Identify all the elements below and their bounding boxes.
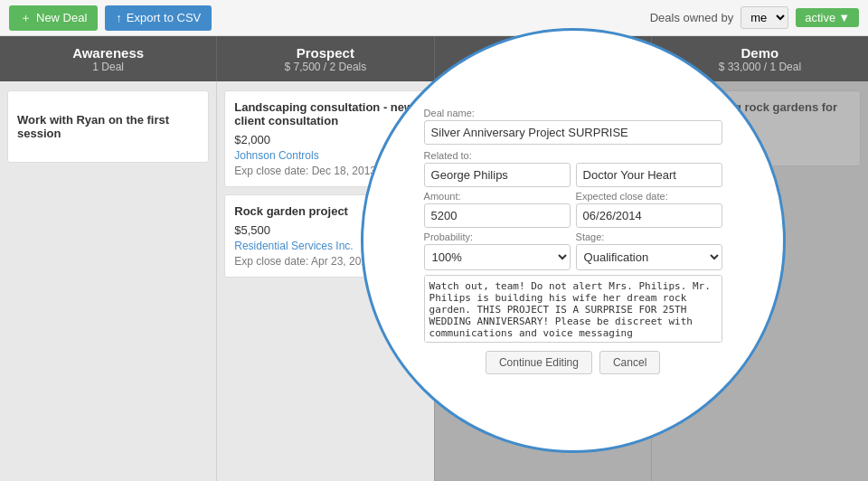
active-label: active xyxy=(805,11,835,24)
export-icon: ↑ xyxy=(116,11,122,24)
new-deal-label: New Deal xyxy=(36,11,87,24)
top-bar-left: ＋ New Deal ↑ Export to CSV xyxy=(9,5,212,31)
amount-input[interactable] xyxy=(424,203,571,228)
stage-label: Stage: xyxy=(576,231,722,242)
cancel-button[interactable]: Cancel xyxy=(599,351,660,374)
probability-col: Probability: 100% xyxy=(424,231,571,270)
related-to-label: Related to: xyxy=(424,150,722,161)
new-deal-button[interactable]: ＋ New Deal xyxy=(9,5,98,31)
columns-header: Awareness 1 Deal Prospect $ 7,500 / 2 De… xyxy=(0,36,868,81)
export-label: Export to CSV xyxy=(127,11,201,24)
exp-close-col: Expected close date: xyxy=(576,191,722,228)
col-title-demo: Demo xyxy=(741,45,779,61)
modal-form: Deal name: Related to: Amount: Expected … xyxy=(415,99,731,383)
top-bar-right: Deals owned by me active ▼ xyxy=(650,6,859,29)
stage-select[interactable]: Qualification xyxy=(576,244,722,270)
modal-actions: Continue Editing Cancel xyxy=(424,351,722,374)
deal-edit-modal[interactable]: Deal name: Related to: Amount: Expected … xyxy=(361,28,786,453)
prob-stage-row: Probability: 100% Stage: Qualification xyxy=(424,231,722,270)
deal-card-awareness-0[interactable]: Work with Ryan on the first session xyxy=(7,90,209,163)
col-header-awareness: Awareness 1 Deal xyxy=(0,36,217,81)
col-sub-awareness: 1 Deal xyxy=(92,61,124,73)
col-header-prospect: Prospect $ 7,500 / 2 Deals xyxy=(217,36,434,81)
deals-owned-label: Deals owned by xyxy=(650,11,734,24)
deal-title-prospect-0: Landscaping consultation - new client co… xyxy=(234,100,416,127)
related-to-row xyxy=(424,163,722,187)
amount-date-row: Amount: Expected close date: xyxy=(424,191,722,228)
note-textarea[interactable]: Watch out, team! Do not alert Mrs. Phili… xyxy=(424,275,722,343)
kanban-col-awareness: Work with Ryan on the first session xyxy=(0,81,217,481)
col-title-prospect: Prospect xyxy=(297,45,354,61)
top-bar: ＋ New Deal ↑ Export to CSV Deals owned b… xyxy=(0,0,868,36)
col-sub-demo: $ 33,000 / 1 Deal xyxy=(719,61,801,73)
exp-close-input[interactable] xyxy=(576,203,722,228)
plus-icon: ＋ xyxy=(20,10,32,26)
deal-name-label: Deal name: xyxy=(424,108,722,118)
export-csv-button[interactable]: ↑ Export to CSV xyxy=(105,5,212,31)
col-sub-prospect: $ 7,500 / 2 Deals xyxy=(285,61,367,73)
deal-name-input[interactable] xyxy=(424,120,722,145)
continue-editing-button[interactable]: Continue Editing xyxy=(486,351,592,374)
stage-col: Stage: Qualification xyxy=(576,231,722,270)
probability-select[interactable]: 100% xyxy=(424,244,571,270)
chevron-down-icon: ▼ xyxy=(838,11,850,24)
deal-title-awareness-0: Work with Ryan on the first session xyxy=(17,113,199,140)
amount-col: Amount: xyxy=(424,191,571,228)
exp-close-label: Expected close date: xyxy=(576,191,722,202)
amount-label: Amount: xyxy=(424,191,571,202)
owned-by-select[interactable]: me xyxy=(741,6,788,29)
related-person-input[interactable] xyxy=(424,163,571,187)
col-title-awareness: Awareness xyxy=(72,45,144,61)
active-badge[interactable]: active ▼ xyxy=(796,8,859,27)
probability-label: Probability: xyxy=(424,231,571,242)
related-company-input[interactable] xyxy=(576,163,722,187)
